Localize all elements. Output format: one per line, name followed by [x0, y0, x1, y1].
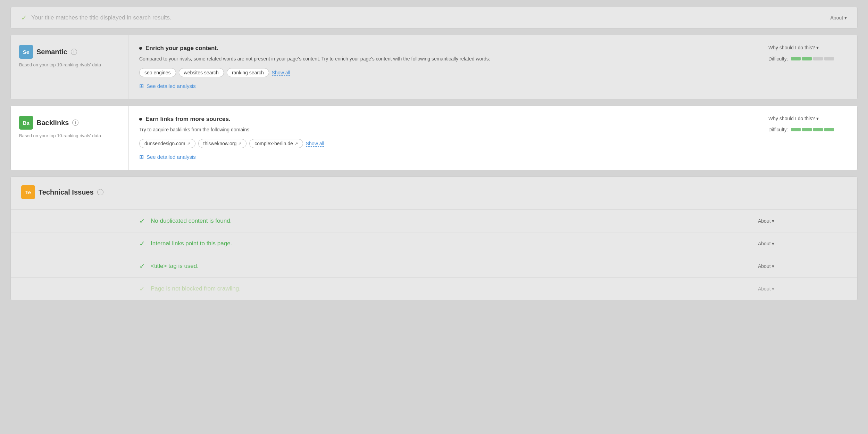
title-match-banner: ✓ Your title matches the title displayed… [10, 7, 858, 28]
backlinks-bullet-title: Earn links from more sources. [139, 116, 749, 123]
technical-info-icon[interactable]: i [97, 189, 103, 195]
backlinks-header: Ba Backlinks i [19, 116, 120, 130]
semantic-detail-link[interactable]: ⊞ See detailed analysis [139, 83, 749, 89]
chevron-down-icon-3: ▾ [772, 218, 774, 224]
check-icon-no-duplicate: ✓ [139, 217, 145, 225]
check-dimmed-icon: ✓ [21, 14, 27, 22]
semantic-right-col: Why should I do this? ▾ Difficulty: [760, 35, 857, 99]
external-link-icon: ↗ [187, 141, 190, 146]
diff-bar-bl-1 [791, 128, 801, 131]
backlinks-difficulty-row: Difficulty: [768, 127, 849, 132]
semantic-difficulty-label: Difficulty: [768, 56, 788, 62]
technical-header-row: Te Technical Issues i [11, 177, 857, 210]
grid-icon-2: ⊞ [139, 154, 144, 160]
bullet-dot-icon [139, 47, 142, 50]
check-icon-title-tag: ✓ [139, 262, 145, 270]
chevron-down-icon: ▾ [816, 45, 819, 50]
semantic-header: Se Semantic i [19, 45, 120, 59]
backlinks-subtitle: Based on your top 10-ranking rivals' dat… [19, 133, 120, 138]
diff-bar-bl-4 [824, 128, 834, 131]
tech-item-content-3: ✓ <title> tag is used. [139, 262, 750, 270]
backlinks-icon: Ba [19, 116, 33, 130]
tech-about-3: About ▾ [750, 263, 847, 269]
technical-header: Te Technical Issues i [21, 185, 131, 199]
tech-about-1: About ▾ [750, 218, 847, 224]
semantic-left-col: Se Semantic i Based on your top 10-ranki… [11, 35, 129, 99]
tech-text-title-tag: <title> tag is used. [151, 263, 750, 270]
technical-icon: Te [21, 185, 35, 199]
semantic-subtitle: Based on your top 10-ranking rivals' dat… [19, 62, 120, 67]
title-match-about[interactable]: About ▾ [831, 15, 847, 21]
tech-item-internal-links: ✓ Internal links point to this page. Abo… [11, 232, 857, 255]
semantic-why-link[interactable]: Why should I do this? ▾ [768, 45, 849, 50]
backlinks-why-link[interactable]: Why should I do this? ▾ [768, 116, 849, 121]
semantic-difficulty-bars [791, 57, 834, 60]
grid-icon: ⊞ [139, 83, 144, 89]
title-match-text: Your title matches the title displayed i… [31, 14, 831, 21]
diff-bar-1 [791, 57, 801, 60]
technical-title: Technical Issues [39, 188, 94, 196]
chevron-down-icon-4: ▾ [772, 241, 774, 246]
tag-seo-engines[interactable]: seo engines [139, 68, 176, 77]
backlinks-difficulty-bars [791, 128, 834, 131]
tech-about-4: About ▾ [750, 286, 847, 292]
semantic-bullet-title: Enrich your page content. [139, 45, 749, 52]
domain-complex-berlin[interactable]: complex-berlin.de ↗ [249, 139, 303, 148]
semantic-description: Compared to your rivals, some related wo… [139, 55, 749, 63]
backlinks-info-icon[interactable]: i [72, 120, 78, 126]
backlinks-left-col: Ba Backlinks i Based on your top 10-rank… [11, 106, 129, 170]
diff-bar-bl-2 [802, 128, 812, 131]
tech-about-link-2[interactable]: About ▾ [758, 241, 774, 246]
technical-section: Te Technical Issues i ✓ No duplicated co… [10, 177, 858, 300]
semantic-title: Semantic [36, 48, 67, 56]
tech-item-crawling: ✓ Page is not blocked from crawling. Abo… [11, 278, 857, 300]
semantic-difficulty-row: Difficulty: [768, 56, 849, 62]
backlinks-difficulty-label: Difficulty: [768, 127, 788, 132]
chevron-down-icon-5: ▾ [772, 263, 774, 269]
backlinks-middle-col: Earn links from more sources. Try to acq… [129, 106, 760, 170]
external-link-icon-3: ↗ [295, 141, 298, 146]
diff-bar-3 [813, 57, 823, 60]
tech-item-content-4: ✓ Page is not blocked from crawling. [139, 285, 750, 293]
backlinks-detail-link[interactable]: ⊞ See detailed analysis [139, 154, 749, 160]
tag-ranking-search[interactable]: ranking search [227, 68, 269, 77]
chevron-down-icon-2: ▾ [816, 116, 819, 121]
semantic-tags-row: seo engines websites search ranking sear… [139, 68, 749, 77]
domain-dunsendesign[interactable]: dunsendesign.com ↗ [139, 139, 195, 148]
tech-text-crawling: Page is not blocked from crawling. [151, 285, 241, 292]
backlinks-show-all[interactable]: Show all [306, 141, 324, 147]
semantic-middle-col: Enrich your page content. Compared to yo… [129, 35, 760, 99]
backlinks-description: Try to acquire backlinks from the follow… [139, 126, 749, 133]
chevron-down-icon-6: ▾ [772, 286, 774, 292]
bullet-dot-icon-2 [139, 118, 142, 121]
technical-left-header: Te Technical Issues i [21, 185, 139, 203]
backlinks-title: Backlinks [36, 119, 69, 127]
diff-bar-2 [802, 57, 812, 60]
backlinks-section: Ba Backlinks i Based on your top 10-rank… [10, 106, 858, 170]
tech-item-no-duplicate: ✓ No duplicated content is found. About … [11, 210, 857, 232]
tech-item-title-tag: ✓ <title> tag is used. About ▾ [11, 255, 857, 278]
diff-bar-4 [824, 57, 834, 60]
tech-about-link-3[interactable]: About ▾ [758, 263, 774, 269]
tech-about-link-1[interactable]: About ▾ [758, 218, 774, 224]
tech-about-link-4[interactable]: About ▾ [758, 286, 774, 292]
tag-websites-search[interactable]: websites search [179, 68, 224, 77]
semantic-show-all[interactable]: Show all [272, 70, 290, 76]
check-icon-crawling: ✓ [139, 285, 145, 293]
tech-about-2: About ▾ [750, 241, 847, 246]
external-link-icon-2: ↗ [238, 141, 241, 146]
backlinks-domains-row: dunsendesign.com ↗ thisweknow.org ↗ comp… [139, 139, 749, 148]
tech-item-content-1: ✓ No duplicated content is found. [139, 217, 750, 225]
backlinks-right-col: Why should I do this? ▾ Difficulty: [760, 106, 857, 170]
tech-item-content-2: ✓ Internal links point to this page. [139, 239, 750, 248]
semantic-section: Se Semantic i Based on your top 10-ranki… [10, 35, 858, 99]
diff-bar-bl-3 [813, 128, 823, 131]
semantic-info-icon[interactable]: i [71, 49, 77, 55]
tech-text-internal: Internal links point to this page. [151, 240, 750, 247]
check-icon-internal: ✓ [139, 239, 145, 248]
domain-thisweknow[interactable]: thisweknow.org ↗ [198, 139, 247, 148]
semantic-icon: Se [19, 45, 33, 59]
tech-text-no-duplicate: No duplicated content is found. [151, 218, 750, 224]
